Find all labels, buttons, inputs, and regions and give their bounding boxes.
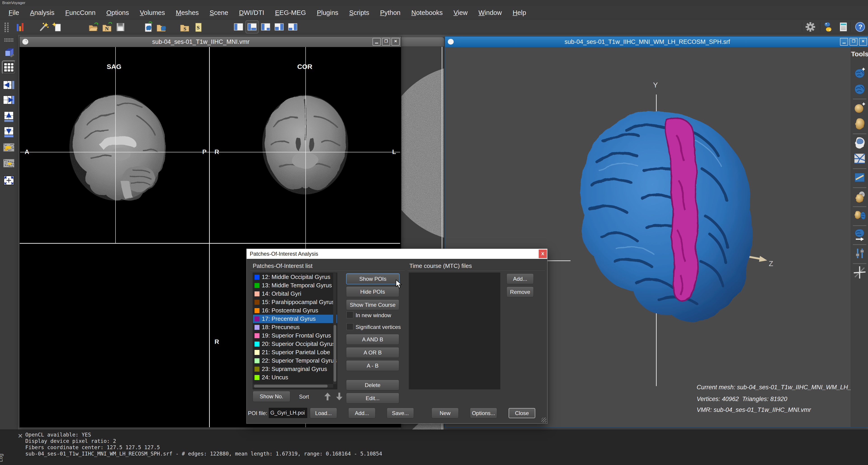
poi-list-item[interactable]: 13: Middle Temporal Gyrus — [253, 281, 337, 289]
poi-list-item[interactable]: 22: Superior Temporal Gyrus — [253, 356, 337, 365]
new-folder-icon[interactable]: N — [101, 21, 113, 33]
close-button[interactable]: Close — [508, 408, 535, 418]
in-new-window-checkbox[interactable] — [346, 311, 353, 318]
fit-view-icon[interactable] — [2, 174, 15, 187]
add-sphere-icon[interactable] — [853, 101, 866, 114]
vmr-minimize-button[interactable]: ▁ — [373, 38, 381, 46]
save-icon[interactable] — [115, 21, 126, 33]
cor-crosshair-v[interactable] — [305, 47, 306, 243]
delete-button[interactable]: Delete — [346, 380, 399, 391]
options-button[interactable]: Options... — [470, 408, 497, 418]
app-titlebar[interactable]: BrainVoyager — [0, 0, 868, 6]
poi-list-item[interactable]: 17: Precentral Gyrus — [253, 315, 337, 323]
brainvoyager-logo-icon[interactable] — [14, 21, 26, 33]
texture-bright-icon[interactable] — [2, 141, 15, 154]
move-up-icon[interactable] — [322, 392, 333, 401]
poi-list-vscrollbar[interactable] — [333, 273, 336, 384]
save-button[interactable]: Save... — [387, 408, 414, 418]
layout-quad-icon[interactable] — [274, 21, 285, 33]
menu-view[interactable]: View — [448, 6, 473, 19]
grid-3x3-icon[interactable] — [2, 61, 15, 74]
view-3d-cube-icon[interactable] — [2, 46, 15, 59]
a-or-b-button[interactable]: A OR B — [346, 347, 399, 358]
vmr-maximize-button[interactable]: ❐ — [382, 38, 390, 46]
mesh-arrow-icon[interactable] — [853, 228, 866, 241]
menu-plugins[interactable]: Plugins — [311, 6, 344, 19]
poi-list-hscroll-thumb[interactable] — [254, 384, 328, 388]
poi-list-item[interactable]: 20: Superior Occipital Gyrus — [253, 340, 337, 348]
log-document-icon[interactable] — [838, 21, 849, 33]
show-pois-button[interactable]: Show POIs — [346, 273, 400, 284]
script-document-icon[interactable]: S — [193, 21, 204, 33]
menu-notebooks[interactable]: Notebooks — [406, 6, 448, 19]
head-mesh-pair-icon[interactable] — [853, 209, 866, 222]
poi-dialog-close-button[interactable]: X — [539, 250, 547, 258]
layout-split-bottom-icon[interactable] — [246, 21, 258, 33]
srf-minimize-button[interactable]: ▁ — [840, 38, 848, 46]
layout-three-icon[interactable] — [260, 21, 271, 33]
brain-mesh[interactable] — [569, 103, 755, 345]
new-document-icon[interactable] — [52, 21, 63, 33]
script-folder-icon[interactable]: S — [179, 21, 190, 33]
menu-dwi-dti[interactable]: DWI/DTI — [234, 6, 270, 19]
poi-list-vscroll-thumb[interactable] — [333, 325, 336, 382]
cut-plane-icon[interactable] — [853, 171, 866, 184]
a-and-b-button[interactable]: A AND B — [346, 334, 399, 345]
show-no-button[interactable]: Show No. — [253, 391, 290, 402]
layout-single-icon[interactable] — [233, 21, 244, 33]
poi-file-input[interactable]: G_Gyri_LH.poi — [269, 408, 307, 418]
open-folder-icon[interactable] — [88, 21, 99, 33]
significant-vertices-checkbox[interactable] — [346, 323, 353, 330]
add-poi-button[interactable]: Add... — [348, 408, 375, 418]
poi-list[interactable]: 12: Middle Occipital Gyrus13: Middle Tem… — [253, 273, 337, 389]
help-icon[interactable]: ? — [855, 21, 866, 33]
poi-list-item[interactable]: 15: Parahippocampal Gyrus — [253, 298, 337, 306]
layout-side-icon[interactable] — [287, 21, 298, 33]
poi-list-item[interactable]: 14: Orbital Gyri — [253, 289, 337, 298]
move-down-icon[interactable] — [334, 392, 345, 401]
wand-icon[interactable] — [38, 21, 49, 33]
a-minus-b-button[interactable]: A - B — [346, 360, 399, 371]
add-mesh-icon[interactable] — [853, 66, 866, 80]
menu-scripts[interactable]: Scripts — [344, 6, 375, 19]
menu-options[interactable]: Options — [101, 6, 134, 19]
sag-crosshair-v[interactable] — [115, 47, 116, 243]
srf-maximize-button[interactable]: ❐ — [849, 38, 858, 46]
sag-crosshair-h[interactable] — [20, 152, 209, 152]
expand-up-icon[interactable] — [2, 110, 15, 123]
load-button[interactable]: Load... — [310, 408, 337, 418]
vmr-close-button[interactable]: ✕ — [392, 38, 400, 46]
cor-crosshair-h[interactable] — [210, 152, 400, 152]
expand-right-icon[interactable] — [2, 94, 15, 106]
poi-list-item[interactable]: 24: Uncus — [253, 373, 337, 381]
expand-left-icon[interactable] — [2, 79, 15, 91]
head-brain-icon[interactable] — [853, 136, 866, 149]
new-button[interactable]: New — [432, 408, 459, 418]
axes-icon[interactable] — [853, 266, 866, 279]
dialog-resize-grip[interactable] — [541, 417, 546, 423]
mtc-files-list[interactable] — [409, 273, 500, 389]
wireframe-icon[interactable] — [853, 152, 866, 165]
show-time-course-button[interactable]: Show Time Course — [346, 300, 399, 310]
menu-analysis[interactable]: Analysis — [25, 6, 60, 19]
poi-list-hscrollbar[interactable] — [253, 384, 333, 388]
srf-window-titlebar[interactable]: sub-04_ses-01_T1w_IIHC_MNI_WM_LH_RECOSM_… — [445, 37, 868, 47]
mtc-add-button[interactable]: Add... — [506, 274, 534, 284]
menu-window[interactable]: Window — [473, 6, 507, 19]
poi-list-item[interactable]: 23: Supramarginal Gyrus — [253, 365, 337, 373]
expand-down-icon[interactable] — [2, 126, 15, 138]
mesh-folder-icon[interactable] — [156, 21, 167, 33]
open-skull-icon[interactable] — [853, 190, 866, 203]
vmr-window-titlebar[interactable]: sub-04_ses-01_T1w_IIHC_MNI.vmr ▁ ❐ ✕ — [20, 37, 401, 47]
edit-button[interactable]: Edit... — [346, 393, 399, 404]
poi-list-item[interactable]: 19: Superior Frontal Gyrus — [253, 332, 337, 340]
log-tab-label[interactable]: Log — [0, 454, 4, 462]
poi-list-item[interactable]: 16: Postcentral Gyrus — [253, 306, 337, 315]
menu-python[interactable]: Python — [375, 6, 406, 19]
menu-volumes[interactable]: Volumes — [134, 6, 170, 19]
poi-list-item[interactable]: 12: Middle Occipital Gyrus — [253, 273, 337, 281]
menu-meshes[interactable]: Meshes — [170, 6, 204, 19]
poi-list-item[interactable]: 21: Superior Parietal Lobe — [253, 348, 337, 356]
mesh-icon[interactable] — [853, 82, 866, 95]
menu-file[interactable]: File — [3, 6, 25, 19]
